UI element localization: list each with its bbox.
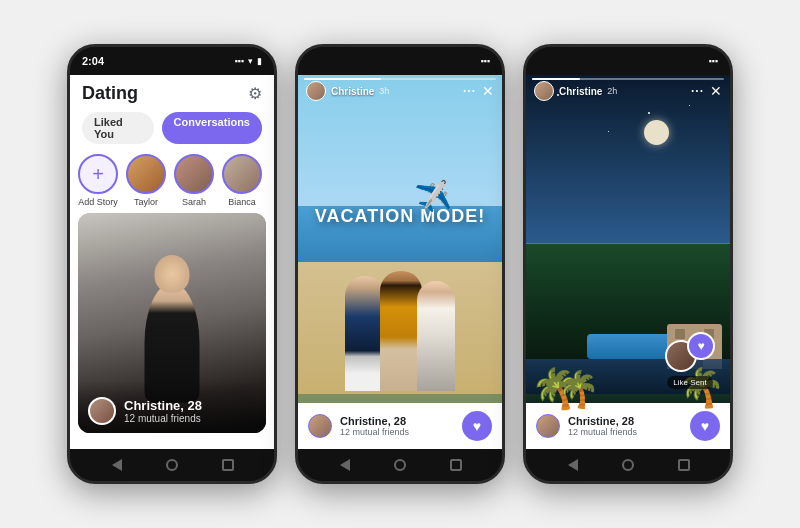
story-progress-fill-3 xyxy=(532,78,580,80)
story-controls: ··· ✕ xyxy=(463,83,494,99)
home-button[interactable] xyxy=(163,456,181,474)
plane-emoji: ✈️ xyxy=(413,177,453,216)
profile-bottom-bar: Christine, 28 12 mutual friends xyxy=(78,381,266,433)
resort-background: 🌴 🌴 🌴 xyxy=(526,75,730,449)
taylor-avatar xyxy=(126,154,166,194)
story-bottom-bar-2: Christine, 28 12 mutual friends ♥ xyxy=(298,403,502,449)
profile-info: Christine, 28 12 mutual friends xyxy=(124,398,202,424)
heart-icon: ♥ xyxy=(473,419,481,433)
palm-fronds-2: 🌴 xyxy=(555,369,602,408)
like-button[interactable]: ♥ xyxy=(462,411,492,441)
story-item-sarah[interactable]: Sarah xyxy=(174,154,214,207)
person2 xyxy=(380,271,422,391)
add-story-button[interactable]: + xyxy=(78,154,118,194)
star4 xyxy=(608,131,609,132)
tab-liked-you[interactable]: Liked You xyxy=(82,112,154,144)
story-item-bianca[interactable]: Bianca xyxy=(222,154,262,207)
vacation-text: VACATION MODE! xyxy=(315,206,485,227)
wifi-icon: ▾ xyxy=(248,56,253,66)
story-time-3: 2h xyxy=(607,86,617,96)
person-head xyxy=(155,255,190,293)
phone2-status-bar: 2:04 ▪▪▪ xyxy=(298,47,502,75)
phone2-nav-bar xyxy=(298,449,502,481)
tabs-row: Liked You Conversations xyxy=(70,108,274,148)
story-profile-info: Christine, 28 12 mutual friends xyxy=(340,415,409,437)
add-story-item[interactable]: + Add Story xyxy=(78,154,118,207)
phone3-status-bar: 2:04 ▪▪▪ xyxy=(526,47,730,75)
home-button-2[interactable] xyxy=(391,456,409,474)
phone2-status-icons: ▪▪▪ xyxy=(480,56,490,66)
phone1-status-bar: 2:04 ▪▪▪ ▾ ▮ xyxy=(70,47,274,75)
story-progress-bar xyxy=(304,78,496,80)
like-button-3[interactable]: ♥ xyxy=(690,411,720,441)
heart-symbol: ♥ xyxy=(697,339,704,353)
beach-background xyxy=(298,75,502,449)
story-profile-avatar xyxy=(308,414,332,438)
phone1-time: 2:04 xyxy=(82,55,104,67)
story-screen-2: Christine 3h ··· ✕ VACATION MODE! ✈️ Chr… xyxy=(298,75,502,449)
profile-card[interactable]: Christine, 28 12 mutual friends xyxy=(78,213,266,433)
story-user-info-3: Christine 2h xyxy=(534,81,617,101)
recents-button-3[interactable] xyxy=(675,456,693,474)
story-progress-bar-3 xyxy=(532,78,724,80)
story-username: Christine xyxy=(331,86,374,97)
heart-icon-3: ♥ xyxy=(701,419,709,433)
bianca-avatar xyxy=(222,154,262,194)
story-header-2: Christine 3h ··· ✕ xyxy=(306,81,494,101)
story-screen-3: 🌴 🌴 🌴 xyxy=(526,75,730,449)
more-options-icon-3[interactable]: ··· xyxy=(691,84,704,98)
phone3-screen: 🌴 🌴 🌴 xyxy=(526,75,730,449)
signal-icon3: ▪▪▪ xyxy=(708,56,718,66)
story-profile-info-3: Christine, 28 12 mutual friends xyxy=(568,415,637,437)
more-options-icon[interactable]: ··· xyxy=(463,84,476,98)
signal-icon2: ▪▪▪ xyxy=(480,56,490,66)
palm-tree-2: 🌴 xyxy=(556,371,600,394)
dating-header: Dating ⚙ xyxy=(70,75,274,108)
phone3-status-icons: ▪▪▪ xyxy=(708,56,718,66)
phone1-nav-bar xyxy=(70,449,274,481)
story-item-taylor[interactable]: Taylor xyxy=(126,154,166,207)
story-profile-mutual: 12 mutual friends xyxy=(340,427,409,437)
like-sent-avatars: ♥ xyxy=(665,332,715,372)
story-username-3: Christine xyxy=(559,86,602,97)
phone-2: 2:04 ▪▪▪ xyxy=(295,44,505,484)
profile-mutual: 12 mutual friends xyxy=(124,413,202,424)
back-button-3[interactable] xyxy=(564,456,582,474)
story-profile-name-3: Christine, 28 xyxy=(568,415,637,427)
story-user-info-2: Christine 3h xyxy=(306,81,389,101)
story-profile-name: Christine, 28 xyxy=(340,415,409,427)
recents-button-2[interactable] xyxy=(447,456,465,474)
recents-button[interactable] xyxy=(219,456,237,474)
close-story-icon-3[interactable]: ✕ xyxy=(710,83,722,99)
like-sent-overlay: ♥ Like Sent xyxy=(665,332,715,389)
story-profile-mutual-3: 12 mutual friends xyxy=(568,427,637,437)
home-button-3[interactable] xyxy=(619,456,637,474)
beach-people-group xyxy=(335,271,465,391)
like-sent-heart-icon: ♥ xyxy=(687,332,715,360)
like-sent-label: Like Sent xyxy=(667,376,712,389)
story-header-3: Christine 2h ··· ✕ xyxy=(534,81,722,101)
moon xyxy=(644,120,669,145)
person1 xyxy=(345,276,385,391)
back-button[interactable] xyxy=(108,456,126,474)
settings-gear-icon[interactable]: ⚙ xyxy=(248,84,262,103)
phone1-screen: Dating ⚙ Liked You Conversations + Add S… xyxy=(70,75,274,449)
story-user-avatar xyxy=(306,81,326,101)
sarah-avatar xyxy=(174,154,214,194)
stories-row: + Add Story Taylor Sarah Bianca xyxy=(70,148,274,213)
story-user-avatar-3 xyxy=(534,81,554,101)
story-time: 3h xyxy=(379,86,389,96)
phone1-status-icons: ▪▪▪ ▾ ▮ xyxy=(234,56,262,66)
back-button-2[interactable] xyxy=(336,456,354,474)
phone-3: 2:04 ▪▪▪ 🌴 xyxy=(523,44,733,484)
signal-icon: ▪▪▪ xyxy=(234,56,244,66)
phone2-screen: Christine 3h ··· ✕ VACATION MODE! ✈️ Chr… xyxy=(298,75,502,449)
app-title: Dating xyxy=(82,83,138,104)
plus-icon: + xyxy=(92,164,104,184)
battery-icon: ▮ xyxy=(257,56,262,66)
story-profile-avatar-3 xyxy=(536,414,560,438)
close-story-icon[interactable]: ✕ xyxy=(482,83,494,99)
bianca-label: Bianca xyxy=(228,197,256,207)
tab-conversations[interactable]: Conversations xyxy=(162,112,262,144)
add-story-label: Add Story xyxy=(78,197,118,207)
